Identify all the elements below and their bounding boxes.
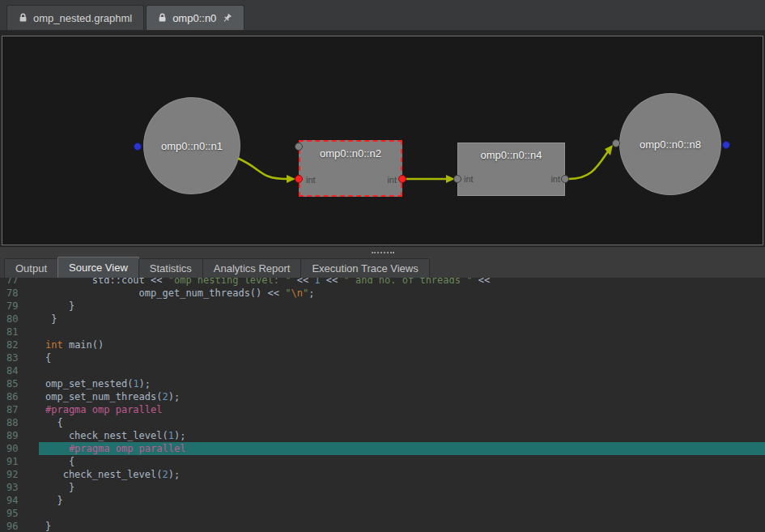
line-number: 79 [6,300,39,313]
line-number: 86 [6,390,39,403]
code-line-87[interactable]: #pragma omp parallel [39,403,765,416]
code-line-83[interactable]: { [39,351,765,364]
line-number: 87 [6,403,39,416]
edge-n4-n8[interactable] [568,151,608,179]
line-number: 82 [6,338,39,351]
port-n4-out[interactable] [562,176,569,183]
code-line-79[interactable]: } [39,300,765,313]
tab-label: Analytics Report [214,262,291,275]
lock-icon [158,13,167,23]
panel-splitter[interactable] [0,247,765,257]
code-line-78[interactable]: omp_get_num_threads() << "\n"; [39,287,765,300]
edge-arrow-icon [287,175,295,183]
tab-label: omp_nested.graphml [33,12,132,24]
source-view-panel[interactable]: 7778798081828384858687888990919293949596… [0,278,765,532]
code-line-91[interactable]: { [39,455,765,468]
start-terminal-dot[interactable] [134,143,142,151]
selected-port-n2-in[interactable] [295,176,303,183]
code-line-80[interactable]: } [39,313,765,326]
code-line-77[interactable]: std::cout << "omp nesting level: " << 1 … [39,278,765,287]
port-n4-in[interactable] [454,176,461,183]
code-line-82[interactable]: int main() [39,338,765,351]
tab-omp-nested-graphml[interactable]: omp_nested.graphml [6,5,144,30]
code-line-90[interactable]: #pragma omp parallel [39,442,765,455]
line-number: 92 [6,468,39,481]
splitter-grip-icon[interactable] [372,252,394,253]
line-number: 94 [6,494,39,507]
code-line-92[interactable]: check_nest_level(2); [39,468,765,481]
tab-label: Output [15,262,47,275]
code-line-89[interactable]: check_nest_level(1); [39,429,765,442]
selected-port-n2-out[interactable] [399,176,406,183]
code-line-94[interactable]: } [39,494,765,507]
tab-label: Execution Trace Views [312,262,418,275]
line-number-gutter: 7778798081828384858687888990919293949596 [0,278,39,532]
line-number: 95 [6,507,39,520]
graph-canvas[interactable]: omp0::n0::n1 omp0::n0::n2 int int omp0::… [2,36,763,245]
code-line-96[interactable]: } [39,520,765,532]
document-tab-bar: omp_nested.graphml omp0::n0 [0,0,765,31]
end-terminal-dot[interactable] [723,142,730,149]
port-n2-top[interactable] [295,143,303,151]
line-number: 93 [6,481,39,494]
line-number: 89 [6,429,39,442]
code-line-86[interactable]: omp_set_num_threads(2); [39,390,765,403]
code-line-84[interactable] [39,364,765,377]
code-line-93[interactable]: } [39,481,765,494]
tab-omp0-n0[interactable]: omp0::n0 [146,5,244,30]
tab-analytics-report[interactable]: Analytics Report [202,258,302,278]
line-number: 78 [6,287,39,300]
lock-icon [19,13,28,23]
pin-icon[interactable] [222,13,232,23]
tab-label: Statistics [150,262,192,275]
line-number: 84 [6,364,39,377]
panel-tab-bar: Output Source View Statistics Analytics … [0,257,765,278]
line-number: 85 [6,377,39,390]
code-line-85[interactable]: omp_set_nested(1); [39,377,765,390]
tab-label: Source View [69,262,128,274]
edge-n1-n2[interactable] [239,159,287,179]
line-number: 81 [6,326,39,338]
graph-view: omp0::n0::n1 omp0::n0::n2 int int omp0::… [0,31,765,247]
line-number: 91 [6,455,39,468]
line-number: 83 [6,351,39,364]
tab-source-view[interactable]: Source View [57,257,139,278]
tab-statistics[interactable]: Statistics [138,258,203,278]
tab-label: omp0::n0 [172,12,216,24]
tab-execution-trace-views[interactable]: Execution Trace Views [300,258,429,278]
code-line-88[interactable]: { [39,416,765,429]
app-window: omp_nested.graphml omp0::n0 omp0::n0::n1 [0,0,765,532]
line-number: 77 [6,278,39,287]
line-number: 96 [6,520,39,532]
line-number: 90 [6,442,39,455]
graph-overlay [2,36,763,245]
tab-output[interactable]: Output [4,258,58,278]
line-number: 80 [6,313,39,326]
code-area[interactable]: std::cout << "omp nesting level: " << 1 … [39,278,765,532]
code-line-95[interactable] [39,507,765,520]
line-number: 88 [6,416,39,429]
port-n8-in[interactable] [613,140,620,147]
code-line-81[interactable] [39,326,765,338]
